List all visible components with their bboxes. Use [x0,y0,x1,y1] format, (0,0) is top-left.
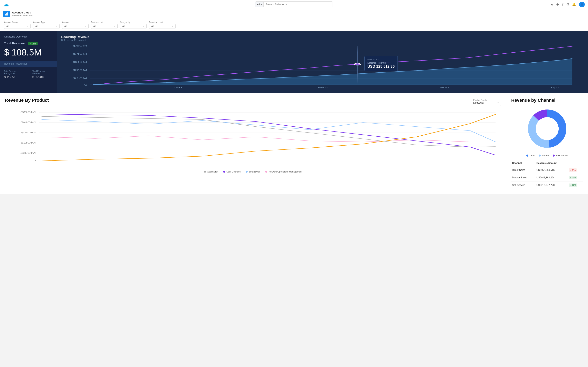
direct-dot [526,155,528,157]
add-icon[interactable]: ⊕ [556,2,559,6]
direct-legend: Direct [526,154,536,157]
svg-text:$10M: $10M [73,77,87,80]
svg-text:$10M: $10M [20,152,36,154]
channel-table: Channel Revenue Amount Direct Sales USD … [511,160,583,189]
channel-badge: ↑ 12% [568,174,583,182]
top-nav: ☁ All ▾ ★ ⊕ ? ⚙ 🔔 👤 [0,0,588,9]
down-badge: ↓ -2% [569,168,577,172]
filter-parent-account-select[interactable]: All ▾ [149,24,176,29]
revenue-by-channel-title: Revenue by Channel [511,98,583,103]
up-arrow-icon: ↑ [570,176,571,179]
filter-parent-account-value: All [151,25,154,28]
table-row: Partner Sales USD 42,868,264 ↑ 12% [511,174,583,182]
down-arrow-icon: ↓ [570,169,571,171]
filter-account-type-select[interactable]: All ▾ [33,24,60,29]
filter-geography-value: All [122,25,125,28]
smartbytes-label: SmartBytes [249,170,260,173]
filter-geography-select[interactable]: All ▾ [120,24,147,29]
donut-chart [511,106,583,151]
product-family-filter-label: Product Family [473,99,499,101]
svg-rect-0 [5,14,6,16]
amount-col-header: Revenue Amount [536,160,568,166]
total-revenue-value: $ 108.5M [4,47,53,58]
svg-text:$20M: $20M [73,69,87,71]
filter-account-type-value: All [35,25,38,28]
channel-badge: ↓ -2% [568,166,583,174]
filter-account-owner: Account Owner All ▾ [4,21,31,29]
filter-account-owner-label: Account Owner [4,21,31,24]
total-revenue-label: Total Revenue [4,42,25,45]
channel-amount: USD 42,868,264 [536,174,568,182]
svg-text:$40M: $40M [20,121,36,124]
quarterly-overview-title: Quarterly Overview [4,35,53,38]
filter-geography-label: Geography [120,21,147,24]
help-icon[interactable]: ? [562,3,563,6]
svg-text:$20M: $20M [20,142,36,144]
product-legend: Application User Licenses SmartBytes Net… [5,170,501,173]
chevron-down-icon: ▾ [114,25,115,27]
bottom-section: Revenue By Product Product Family Softwa… [0,93,588,194]
filter-account-select[interactable]: All ▾ [62,24,89,29]
svg-text:Apr: Apr [550,86,559,89]
search-input[interactable] [264,2,333,7]
recurring-revenue-chart: $50M $40M $30M $20M $10M 0 Jan Feb Mar A… [61,44,584,89]
settings-icon[interactable]: ⚙ [566,2,569,6]
application-line [42,117,496,147]
filter-account-value: All [64,25,67,28]
svg-rect-1 [6,13,7,16]
filter-business-unit: Business Unit All ▾ [91,21,118,29]
channel-table-body: Direct Sales USD 52,654,516 ↓ -2% Partne… [511,166,583,189]
favorites-icon[interactable]: ★ [550,2,553,6]
search-scope[interactable]: All ▾ [255,2,264,7]
filter-account-type-label: Account Type [33,21,60,24]
legend-application: Application [204,170,218,173]
search-bar[interactable]: All ▾ [255,1,333,7]
chevron-down-icon: ▾ [172,25,173,27]
svg-text:0: 0 [84,84,87,86]
revenue-badge: ↑ 12% [28,42,38,45]
filter-account-owner-value: All [6,25,9,28]
app-title: Revenue Cloud Revenue Dashboard [12,11,33,17]
channel-amount: USD 52,654,516 [536,166,568,174]
filters-bar: Account Owner All ▾ Account Type All ▾ A… [0,19,588,31]
up-badge: ↑ 34% [569,184,577,187]
chevron-down-icon: ▾ [498,102,499,104]
filter-account-label: Account [62,21,89,24]
channel-col-header: Channel [511,160,536,166]
user-avatar[interactable]: 👤 [579,2,585,7]
revenue-recognition-label: Revenue Recognition [0,61,57,67]
filter-business-unit-value: All [93,25,96,28]
chevron-down-icon: ▾ [85,25,86,27]
svg-rect-2 [7,12,8,16]
recognized-area [93,58,572,85]
svg-text:$40M: $40M [73,53,87,55]
salesforce-logo: ☁ [3,1,9,8]
self-service-dot [553,155,555,157]
filter-business-unit-select[interactable]: All ▾ [91,24,118,29]
channel-name: Direct Sales [511,166,536,174]
legend-user-licenses: User Licenses [223,170,241,173]
channel-table-header: Channel Revenue Amount [511,160,583,166]
notifications-icon[interactable]: 🔔 [572,2,576,6]
badge-text: 34% [572,184,576,186]
filter-parent-account: Parent Account All ▾ [149,21,176,29]
badge-col-header [568,160,583,166]
filter-business-unit-label: Business Unit [91,21,118,24]
recognized-value: $ 112.5K [4,75,16,79]
partner-label: Partner [542,154,549,157]
revenue-by-channel-panel: Revenue by Channel Direct Partner [506,93,588,194]
svg-text:Mar: Mar [440,86,450,89]
deferred-value: $ 855.0K [33,75,44,79]
filter-geography: Geography All ▾ [120,21,147,29]
direct-label: Direct [530,154,536,157]
product-family-filter[interactable]: Product Family Software ▾ [471,98,501,106]
app-name: Revenue Cloud [12,11,33,14]
dashboard-name: Revenue Dashboard [12,14,33,17]
up-arrow-icon: ↑ [570,184,571,186]
bar-chart-icon [5,12,8,16]
channel-name: Self Service [511,182,536,189]
badge-text: -2% [572,169,576,171]
chevron-down-icon: ▾ [56,25,57,27]
recurring-revenue-title: Recurring Revenue [61,35,584,39]
filter-account-owner-select[interactable]: All ▾ [4,24,31,29]
